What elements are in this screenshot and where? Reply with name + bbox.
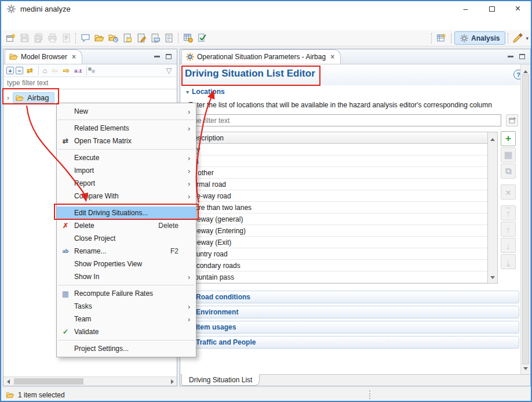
table-row[interactable]: mountain pass [185,271,487,283]
table-scrollbar[interactable] [487,132,497,283]
link-with-editor-icon[interactable]: ⇄ [25,66,35,75]
move-top-button[interactable]: ↑ [501,205,516,220]
move-bottom-button[interactable]: ↓ [501,254,516,269]
table-row[interactable]: secondary roads [185,260,487,271]
editor-tab[interactable]: Operational Situation Parameters - Airba… [181,49,341,64]
recent-folder-icon[interactable] [106,31,120,45]
table-row[interactable]: freeway (Exit) [185,237,487,248]
context-menu-item[interactable]: Import › [57,164,196,177]
context-menu-item[interactable]: Show Properties View [57,258,196,270]
table-row[interactable]: n/a [185,155,487,167]
scrollbar-thumb[interactable] [522,74,529,364]
marker-dropdown-icon[interactable]: ▾ [526,35,529,41]
save-icon[interactable] [17,31,31,45]
menu-bar-item[interactable] [45,21,56,25]
new-wizard-icon[interactable] [3,31,17,45]
maximize-panel-icon[interactable] [166,54,172,59]
marker-icon[interactable] [511,31,524,45]
menu-bar-item[interactable] [24,21,35,25]
tree-item-airbag[interactable]: › Airbag [3,91,54,104]
close-button[interactable]: × [505,1,531,16]
print-icon[interactable] [45,31,59,45]
scroll-right-icon[interactable] [167,377,177,386]
context-menu-item[interactable]: Edit Driving Situations... [57,207,196,219]
copy-button[interactable]: ⧉ [501,164,516,179]
report-document-icon[interactable] [59,31,73,45]
note-document-icon[interactable] [120,31,134,45]
home-icon[interactable]: ⌂ [38,66,48,75]
minimize-panel-icon[interactable] [154,56,160,57]
context-menu-item[interactable]: Tasks › [57,300,196,313]
add-multiple-button[interactable]: ▦ [501,147,516,162]
menu-bar-item[interactable] [3,21,14,25]
model-browser-tab[interactable]: Model Browser × [5,49,82,64]
context-menu-item[interactable]: ▦ Recompute Failure Rates [57,287,196,300]
collapsed-section-bar[interactable]: ▸ Road conditions [185,291,519,303]
collapse-all-icon[interactable]: − [16,67,23,74]
menu-bar-item[interactable] [87,21,97,25]
table-row[interactable]: more than two lanes [185,202,487,213]
filter-settings-button[interactable] [506,114,518,126]
scroll-up-icon[interactable] [490,135,495,143]
move-down-button[interactable]: ↓ [501,238,516,253]
context-menu-item[interactable]: Project Settings... [57,342,196,355]
context-menu-item[interactable]: Report › [57,177,196,190]
view-menu-icon[interactable]: ▽ [164,66,174,75]
scrollbar-thumb[interactable] [14,378,83,385]
menu-bar-item[interactable] [66,21,76,25]
context-menu-item[interactable]: Team › [57,313,196,325]
filter-input[interactable] [3,77,177,89]
team-icon[interactable] [86,66,96,75]
horizontal-scrollbar[interactable] [3,376,177,386]
lines-document-icon[interactable] [162,31,176,45]
close-tab-icon[interactable]: × [72,53,76,61]
maximize-button[interactable] [479,1,505,16]
scroll-down-icon[interactable] [490,273,495,281]
forward-icon[interactable]: ⇨ [61,66,71,75]
editor-scrollbar[interactable] [520,64,530,374]
context-menu-item[interactable]: Compare With › [57,190,196,202]
edit-document-icon[interactable] [134,31,148,45]
validate-icon[interactable] [195,31,209,45]
comment-icon[interactable] [78,31,92,45]
locations-filter-input[interactable] [185,114,501,126]
move-up-button[interactable]: ↑ [501,222,516,237]
context-menu-item[interactable]: ✗ Delete Delete [57,219,196,232]
context-menu-item[interactable]: Show In › [57,270,196,283]
table-row[interactable]: all other [185,167,487,179]
scroll-left-icon[interactable] [3,377,13,386]
recompute-failure-rates-icon[interactable] [181,31,195,45]
driving-situation-list-tab[interactable]: Driving Situation List [181,374,260,386]
close-tab-icon[interactable]: × [330,53,334,61]
sort-icon[interactable]: a↓z [73,66,83,75]
description-column-header[interactable]: Description [185,132,487,144]
menu-bar-item[interactable] [35,21,45,25]
expand-all-icon[interactable]: + [6,67,14,74]
open-perspective-icon[interactable] [434,31,448,45]
back-icon[interactable]: ⇦ [50,66,60,75]
table-row[interactable]: normal road [185,179,487,190]
add-button[interactable]: + [501,131,516,146]
menu-bar-item[interactable] [14,21,24,25]
collapsed-section-bar[interactable]: ▸ Environment [185,306,519,318]
open-folder-icon[interactable] [92,31,106,45]
comment-document-icon[interactable] [148,31,162,45]
table-row[interactable]: freeway (Entering) [185,225,487,237]
maximize-panel-icon[interactable] [519,54,525,59]
table-row[interactable]: any [185,144,487,155]
minimize-panel-icon[interactable] [508,56,513,57]
chevron-right-icon[interactable]: › [3,93,13,102]
tree-item-selection[interactable]: Airbag [13,92,54,103]
scroll-up-icon[interactable] [523,67,528,75]
minimize-button[interactable]: – [453,1,479,16]
context-menu-item[interactable]: Related Elements › [57,122,196,135]
delete-button[interactable]: × [501,184,516,200]
analysis-perspective-button[interactable]: Analysis [454,31,505,45]
twisty-expanded-icon[interactable]: ▾ [186,89,189,95]
table-row[interactable]: country road [185,248,487,260]
menu-bar-item[interactable] [76,21,87,25]
context-menu-item[interactable]: Close Project [57,232,196,245]
context-menu-item[interactable]: ⇄ Open Trace Matrix [57,135,196,147]
collapsed-section-bar[interactable]: ▸ Item usages [185,321,519,334]
scroll-down-icon[interactable] [523,364,528,372]
